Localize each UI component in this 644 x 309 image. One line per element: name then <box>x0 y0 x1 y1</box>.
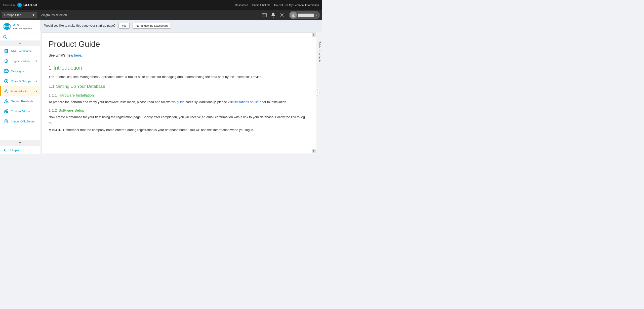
sidebar-item-administration[interactable]: Administration ▾ <box>0 86 40 96</box>
svg-text:GEOTAB: GEOTAB <box>23 3 37 7</box>
sidebar-item-engine-label: Engine & Maintenance <box>11 60 33 63</box>
here-link[interactable]: here <box>74 53 81 57</box>
nav-scroll-up-button[interactable]: ▲ <box>0 40 40 46</box>
doc-container: ▲ Product Guide See what's new here. 1 I… <box>40 31 322 154</box>
avatar <box>290 12 297 19</box>
workforce-icon-svg <box>4 49 9 53</box>
rules-icon <box>4 79 9 84</box>
section-1-1-2-heading: 1.1.2 Software Setup <box>49 107 309 113</box>
sidebar-item-roadside-label: Geotab Roadside <box>11 100 37 103</box>
att-logo-svg <box>3 23 11 31</box>
brand-name: AT&T <box>13 23 32 27</box>
resources-link[interactable]: Resources <box>235 4 248 7</box>
main-layout: AT&T Fleet Management ▲ <box>0 20 322 154</box>
svg-point-27 <box>6 102 7 103</box>
this-guide-link[interactable]: this guide <box>171 100 185 104</box>
section-1-1-1-body-pre: To prepare for, perform and verify your … <box>49 100 171 104</box>
toc-label[interactable]: Table of contents <box>318 41 321 62</box>
bell-icon <box>271 13 275 18</box>
user-chevron-icon: ▼ <box>315 14 318 17</box>
toc-sidebar: ‹ Table of contents <box>317 31 322 154</box>
sidebar-item-custom-addin[interactable]: Custom Add-In <box>0 106 40 116</box>
doc-scroll-down-button[interactable]: ▼ <box>312 149 316 153</box>
notification-icon-button[interactable] <box>271 12 276 18</box>
sidebar-item-import-kml-label: Import KML Zones <box>11 120 37 123</box>
svg-rect-14 <box>5 50 7 51</box>
brand-sub: Fleet Management <box>13 27 32 30</box>
top-bar: Powered by G GEOTAB Resources Submit Tic… <box>0 0 322 10</box>
custom-addin-icon-svg <box>4 109 9 114</box>
search-icon <box>3 35 7 39</box>
yes-button[interactable]: Yes <box>118 23 130 29</box>
chevron-down-icon: ▼ <box>19 141 22 145</box>
sidebar-item-roadside[interactable]: Geotab Roadside <box>0 96 40 106</box>
administration-icon <box>4 89 9 94</box>
section-1-1-1-body: To prepare for, perform and verify your … <box>49 99 309 105</box>
messages-icon <box>4 69 9 74</box>
sidebar-collapse-button[interactable]: Collapse <box>0 146 40 154</box>
sidebar-item-import-kml[interactable]: Import KML Zones <box>0 116 40 126</box>
administration-chevron-icon: ▾ <box>35 90 37 93</box>
roadside-icon-svg <box>4 99 9 104</box>
section-1-1-1-title: Hardware Installation <box>58 92 94 98</box>
rules-icon-svg <box>4 79 9 83</box>
section-1-1-num: 1.1 <box>49 83 55 90</box>
submit-tickets-link[interactable]: Submit Tickets <box>252 4 270 7</box>
custom-addin-icon <box>4 109 9 114</box>
administration-icon-svg <box>4 89 9 94</box>
sidebar-item-rules-label: Rules & Groups <box>11 80 33 83</box>
svg-rect-28 <box>5 110 6 111</box>
filter-bar-actions: ████████ ▼ <box>261 11 320 19</box>
mail-icon-button[interactable] <box>261 13 267 18</box>
username-label: ████████ <box>298 14 314 17</box>
svg-point-24 <box>6 91 7 92</box>
sidebar-item-messages[interactable]: Messages <box>0 66 40 76</box>
section-1-1-2-title: Software Setup <box>58 107 84 113</box>
sidebar-item-administration-label: Administration <box>11 90 33 93</box>
settings-icon-button[interactable] <box>279 12 285 18</box>
user-menu[interactable]: ████████ ▼ <box>289 11 320 19</box>
top-bar-left: Powered by G GEOTAB <box>3 3 40 8</box>
sidebar-item-custom-addin-label: Custom Add-In <box>11 110 37 113</box>
messages-icon-svg <box>4 69 9 73</box>
section-1-heading: 1 Introduction <box>49 63 309 72</box>
toc-collapse-button[interactable]: ‹ <box>315 91 320 96</box>
svg-point-23 <box>6 80 7 82</box>
geotab-logo: G GEOTAB <box>17 3 40 8</box>
svg-rect-31 <box>5 111 6 113</box>
section-1-body: The Telematics Fleet Management Applicat… <box>49 74 309 79</box>
collapse-label: Collapse <box>9 149 20 152</box>
doc-title: Product Guide <box>49 38 309 51</box>
workforce-icon <box>4 49 9 54</box>
toc-chevron-left-icon: ‹ <box>317 92 317 94</box>
do-not-sell-link[interactable]: Do Not Sell My Personal Information <box>274 4 319 7</box>
section-1-1-1-body-post: prior to installation. <box>259 100 287 104</box>
doc-scroll-up-button[interactable]: ▲ <box>312 33 316 37</box>
svg-point-4 <box>273 17 274 18</box>
nav-scroll-down-button[interactable]: ▼ <box>0 140 40 146</box>
sidebar-item-workforce[interactable]: AT&T Workforce Manager <box>0 46 40 56</box>
doc-subtitle-text: See what's new <box>49 53 74 57</box>
sidebar-header: AT&T Fleet Management <box>0 20 40 33</box>
section-1-1-2-num: 1.1.2 <box>49 107 57 113</box>
section-1-title: Introduction <box>53 63 82 72</box>
groups-filter-dropdown[interactable]: Groups filter ▼ <box>2 12 37 18</box>
search-button[interactable] <box>0 33 40 40</box>
section-1-1-1-body-mid: carefully. Additionally, please visit <box>185 100 234 104</box>
filter-bar: Groups filter ▼ All groups selected <box>0 10 322 20</box>
svg-rect-19 <box>6 59 7 60</box>
svg-rect-15 <box>5 51 7 52</box>
no-dashboard-button[interactable]: No, I'll use the Dashboard <box>133 23 171 29</box>
engine-icon <box>4 59 9 64</box>
doc-content: ▲ Product Guide See what's new here. 1 I… <box>41 32 316 153</box>
svg-rect-29 <box>6 111 8 113</box>
att-logo <box>3 23 11 31</box>
svg-rect-16 <box>5 52 7 53</box>
startup-banner: Would you like to make this page your st… <box>40 20 322 31</box>
limitations-link[interactable]: limitations of use <box>234 100 259 104</box>
roadside-icon <box>4 99 9 104</box>
sidebar-item-rules[interactable]: Rules & Groups ▾ <box>0 76 40 86</box>
import-kml-icon-svg <box>4 119 9 124</box>
doc-subtitle: See what's new here. <box>49 53 309 58</box>
sidebar-item-engine[interactable]: Engine & Maintenance ▾ <box>0 56 40 66</box>
